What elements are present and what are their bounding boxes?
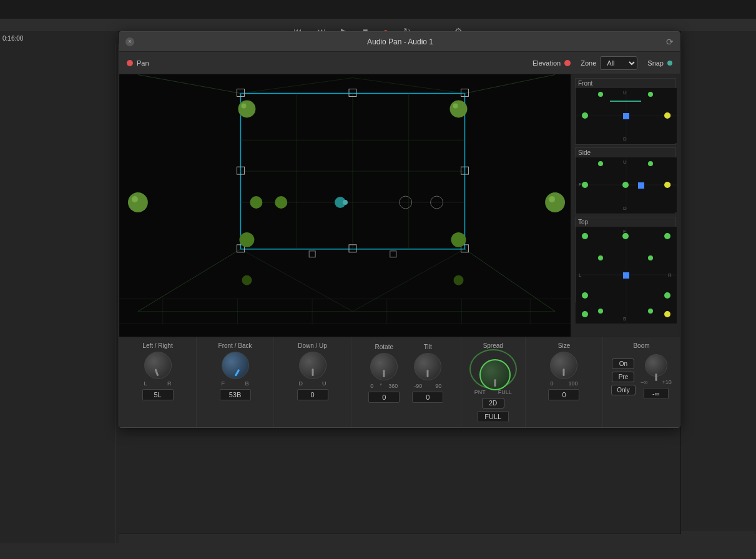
- svg-text:B: B: [623, 316, 626, 322]
- svg-point-58: [451, 232, 466, 247]
- left-right-knob[interactable]: [144, 352, 172, 379]
- zone-control: Zone All Front Back Left Right: [581, 56, 637, 70]
- svg-point-57: [239, 232, 254, 247]
- svg-point-67: [598, 92, 603, 97]
- left-right-value[interactable]: 5L: [142, 389, 174, 400]
- svg-text:D: D: [623, 205, 627, 211]
- front-view-svg: U D R: [576, 88, 677, 143]
- elevation-dot[interactable]: [564, 60, 571, 66]
- right-ruler-svg: [681, 31, 756, 531]
- history-icon[interactable]: ⟳: [666, 37, 674, 47]
- viewport-3d[interactable]: [119, 74, 571, 337]
- svg-point-59: [242, 275, 252, 285]
- plugin-body: Front U D R: [119, 74, 680, 337]
- boom-only-button[interactable]: Only: [611, 385, 636, 395]
- svg-point-50: [549, 196, 555, 202]
- front-back-sublabel: F B: [222, 380, 249, 387]
- boom-on-button[interactable]: On: [612, 359, 634, 369]
- svg-rect-72: [610, 101, 641, 102]
- svg-rect-102: [623, 272, 629, 279]
- left-right-label: Left / Right: [142, 342, 172, 349]
- down-up-sublabel: D U: [299, 380, 326, 387]
- svg-point-83: [622, 182, 629, 188]
- spread-2d-button[interactable]: 2D: [482, 398, 504, 408]
- svg-text:F: F: [579, 182, 582, 187]
- snap-dot[interactable]: [667, 61, 672, 66]
- svg-rect-105: [681, 31, 756, 531]
- ruler-svg: // We'll do this in JS below: [0, 0, 756, 19]
- zone-label: Zone: [581, 59, 596, 67]
- front-label: F: [222, 380, 225, 387]
- svg-rect-3: [119, 75, 571, 337]
- svg-point-49: [545, 192, 565, 212]
- svg-point-43: [238, 100, 255, 117]
- spread-value[interactable]: FULL: [478, 411, 509, 422]
- rotate-sublabel: 0 ° 360: [370, 383, 398, 389]
- side-view-canvas: U D F B: [576, 157, 675, 214]
- boom-knob[interactable]: [645, 354, 667, 377]
- right-ruler: [681, 31, 755, 534]
- tilt-value[interactable]: 0: [412, 392, 443, 403]
- elevation-label: Elevation: [533, 59, 561, 67]
- svg-point-94: [622, 233, 629, 239]
- zone-select[interactable]: All Front Back Left Right: [600, 56, 637, 70]
- pan-label: Pan: [137, 59, 149, 67]
- svg-point-60: [454, 275, 464, 285]
- rotate-value[interactable]: 0: [368, 392, 400, 403]
- viewport-svg: [119, 74, 571, 337]
- down-up-value[interactable]: 0: [297, 389, 328, 400]
- size-knob[interactable]: [550, 352, 577, 379]
- size-max: 100: [568, 380, 577, 387]
- svg-point-80: [598, 161, 603, 166]
- close-button[interactable]: ×: [125, 37, 134, 46]
- rotate-tilt-group: Rotate 0 ° 360 0 Tilt: [351, 337, 461, 427]
- plugin-titlebar: × Audio Pan - Audio 1 ⟳: [119, 32, 680, 52]
- main-area: 0:16:00 × Audio Pan - Audio 1 ⟳ Pan Elev…: [0, 31, 756, 534]
- front-back-knob[interactable]: [222, 352, 249, 379]
- svg-point-103: [582, 311, 588, 317]
- svg-point-96: [598, 255, 603, 260]
- boom-value[interactable]: -∞: [644, 388, 669, 399]
- left-right-sublabel: L R: [144, 380, 172, 387]
- svg-point-46: [453, 103, 458, 108]
- svg-point-97: [648, 255, 653, 260]
- tilt-label: Tilt: [424, 344, 432, 350]
- svg-point-98: [582, 292, 588, 299]
- top-view: Top F B L R: [575, 217, 676, 302]
- spread-knob[interactable]: [479, 359, 511, 390]
- svg-point-47: [128, 192, 148, 212]
- svg-text:D: D: [623, 136, 627, 142]
- spread-label: Spread: [483, 342, 503, 349]
- down-up-knob[interactable]: [299, 352, 326, 379]
- rotate-min: 0: [370, 383, 373, 389]
- svg-text:L: L: [579, 272, 582, 278]
- front-back-value[interactable]: 53B: [220, 389, 251, 400]
- rotate-max: 360: [388, 383, 398, 389]
- svg-point-81: [648, 161, 653, 166]
- full-label: FULL: [498, 389, 512, 395]
- left-label: L: [144, 380, 147, 387]
- top-ruler: // We'll do this in JS below ⏮ ⏭ ▶ ■ ● ↻…: [0, 0, 756, 31]
- side-view: Side U D F B: [575, 147, 676, 214]
- front-view: Front U D R: [575, 78, 676, 145]
- size-value[interactable]: 0: [548, 389, 579, 400]
- svg-rect-1: [0, 44, 119, 543]
- boom-range-min: −∞: [641, 379, 648, 385]
- right-label: R: [167, 380, 172, 387]
- rotate-label: Rotate: [375, 344, 393, 350]
- size-min: 0: [550, 380, 553, 387]
- svg-point-48: [132, 196, 138, 202]
- left-ruler-svg: [0, 44, 119, 543]
- svg-point-54: [343, 200, 348, 205]
- left-ruler: 0:16:00: [0, 31, 119, 534]
- boom-pre-button[interactable]: Pre: [612, 372, 634, 382]
- plugin-toolbar: Pan Elevation Zone All Front Back Left R…: [119, 52, 680, 74]
- rotate-knob[interactable]: [370, 353, 398, 380]
- down-up-knob-container: D U: [299, 352, 326, 387]
- back-label: B: [245, 380, 249, 387]
- tilt-knob[interactable]: [414, 353, 441, 380]
- pan-active-dot[interactable]: [127, 60, 133, 66]
- svg-point-95: [664, 233, 670, 239]
- front-view-canvas: U D R: [576, 88, 675, 144]
- top-view-label: Top: [576, 217, 675, 227]
